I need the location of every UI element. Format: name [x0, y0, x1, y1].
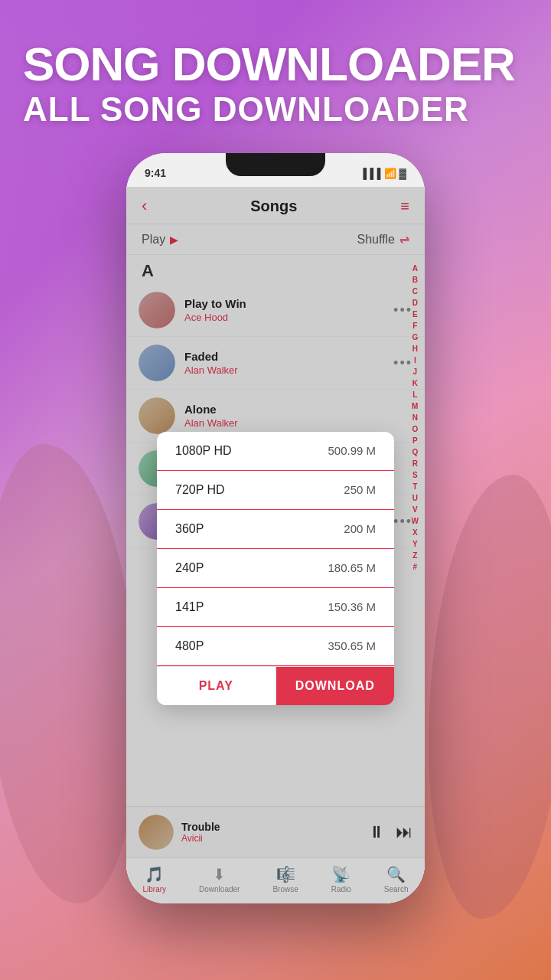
- quality-label-720p: 720P HD: [175, 483, 225, 497]
- app-title-sub: ALL SONG DOWNLOADER: [23, 90, 528, 129]
- size-label-480p: 350.65 M: [328, 639, 376, 652]
- title-section: SONG DOWNLOADER ALL SONG DOWNLOADER: [0, 23, 551, 144]
- size-label-360p: 200 M: [344, 522, 376, 535]
- phone-frame: 9:41 ▐▐▐ 📶 ▓ ‹ Songs ≡ Play ▶ Shuffle ⇌: [126, 153, 425, 903]
- quality-label-360p: 360P: [175, 522, 204, 536]
- modal-overlay: 1080P HD 500.99 M 720P HD 250 M 360P 200…: [126, 187, 425, 903]
- phone-screen: ‹ Songs ≡ Play ▶ Shuffle ⇌ A: [126, 187, 425, 903]
- quality-row-480p[interactable]: 480P 350.65 M: [157, 627, 394, 666]
- size-label-141p: 150.36 M: [328, 600, 376, 613]
- quality-label-141p: 141P: [175, 600, 204, 614]
- quality-row-360p[interactable]: 360P 200 M: [157, 510, 394, 549]
- size-label-1080p: 500.99 M: [328, 444, 376, 457]
- quality-row-240p[interactable]: 240P 180.65 M: [157, 549, 394, 588]
- battery-icon: ▓: [399, 168, 406, 179]
- status-time: 9:41: [145, 167, 166, 179]
- wifi-icon: 📶: [384, 168, 396, 179]
- modal-play-button[interactable]: PLAY: [157, 667, 276, 705]
- signal-icon: ▐▐▐: [360, 168, 381, 179]
- download-modal: 1080P HD 500.99 M 720P HD 250 M 360P 200…: [157, 432, 394, 705]
- quality-label-1080p: 1080P HD: [175, 444, 232, 458]
- status-icons: ▐▐▐ 📶 ▓: [360, 168, 406, 179]
- size-label-720p: 250 M: [344, 483, 376, 496]
- quality-label-240p: 240P: [175, 561, 204, 575]
- modal-download-button[interactable]: DOWNLOAD: [276, 667, 395, 705]
- app-title-main: SONG DOWNLOADER: [23, 38, 528, 90]
- modal-actions: PLAY DOWNLOAD: [157, 666, 394, 705]
- quality-row-1080p[interactable]: 1080P HD 500.99 M: [157, 432, 394, 471]
- size-label-240p: 180.65 M: [328, 561, 376, 574]
- quality-row-141p[interactable]: 141P 150.36 M: [157, 588, 394, 627]
- quality-label-480p: 480P: [175, 639, 204, 653]
- phone-notch: [226, 153, 325, 176]
- quality-row-720p[interactable]: 720P HD 250 M: [157, 471, 394, 510]
